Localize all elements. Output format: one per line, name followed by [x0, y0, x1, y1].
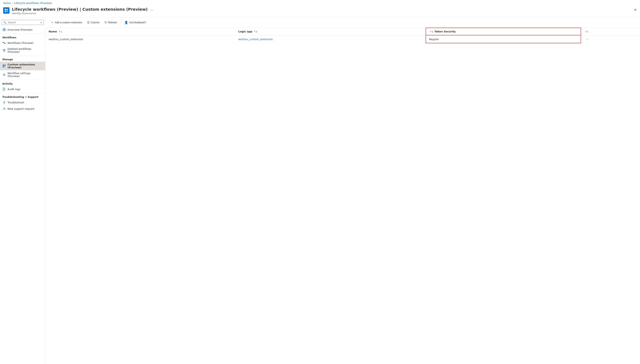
sidebar-item-new-support[interactable]: New support request [0, 106, 45, 112]
sidebar-divider-workflows [0, 34, 45, 34]
refresh-button[interactable]: ↻ Refresh [102, 20, 119, 26]
row-actions-button[interactable]: ··· [584, 36, 590, 42]
search-input[interactable] [8, 21, 39, 24]
audit-logs-icon [2, 87, 6, 91]
svg-rect-15 [4, 66, 6, 68]
svg-rect-1 [7, 9, 8, 10]
col-logic-app-sort-icon: ↑↓ [254, 30, 257, 33]
col-token-sort-icon: ↑↓ [430, 30, 434, 33]
breadcrumb-home[interactable]: Home [3, 2, 11, 4]
row-token-security-value: Regular [429, 38, 439, 41]
header-ellipsis-button[interactable]: ··· [150, 8, 153, 12]
sidebar-item-deleted-workflows-label: Deleted workflows (Preview) [8, 48, 43, 53]
toolbar-divider [121, 20, 121, 25]
svg-rect-21 [4, 103, 5, 103]
svg-rect-12 [3, 64, 4, 66]
row-name-value: wezhou_custom_extension [49, 38, 83, 41]
sidebar: 🔍 « Overview (Preview) Workflows Workflo… [0, 18, 46, 364]
sidebar-item-overview[interactable]: Overview (Preview) [0, 26, 45, 33]
sidebar-item-custom-extensions[interactable]: Custom extensions (Preview) [0, 62, 45, 70]
sidebar-section-manage: Manage [0, 56, 45, 62]
col-header-token-security[interactable]: ↑↓ Token Security [426, 28, 581, 35]
sidebar-item-new-support-label: New support request [8, 107, 35, 110]
column-label: Column [91, 21, 100, 24]
row-logic-app-link[interactable]: wezhou_custom_extension [238, 38, 273, 41]
sidebar-item-troubleshoot-label: Troubleshoot [8, 101, 24, 104]
page-title: Lifecycle workflows (Preview) | Custom e… [12, 7, 148, 12]
table-header-row: Name ↑↓ Logic app ↑↓ ↑↓ Token Security [46, 28, 640, 35]
add-icon: ＋ [51, 20, 54, 24]
table-row: wezhou_custom_extension wezhou_custom_ex… [46, 35, 640, 43]
svg-rect-0 [5, 9, 6, 10]
col-token-security-label: Token Security [435, 30, 456, 33]
table-container: Name ↑↓ Logic app ↑↓ ↑↓ Token Security [46, 28, 640, 43]
sidebar-item-workflows[interactable]: Workflows (Preview) [0, 40, 45, 46]
svg-line-8 [4, 42, 4, 43]
svg-rect-22 [4, 103, 5, 104]
col-header-name[interactable]: Name ↑↓ [46, 28, 235, 35]
app-container: Home › Lifecycle workflows (Preview) Lif… [0, 0, 640, 364]
custom-extensions-icon [2, 64, 6, 68]
svg-rect-3 [7, 11, 8, 12]
sidebar-item-workflow-settings[interactable]: Workflow settings (Preview) [0, 70, 45, 79]
page-header: Lifecycle workflows (Preview) | Custom e… [0, 6, 640, 18]
page-header-text: Lifecycle workflows (Preview) | Custom e… [12, 7, 148, 15]
add-label: Add a custom extension [55, 21, 82, 24]
page-icon [3, 7, 10, 14]
close-button[interactable]: ✕ [634, 8, 637, 12]
row-actions-cell: ··· [581, 35, 640, 43]
collapse-button[interactable]: « [40, 21, 42, 24]
sidebar-item-deleted-workflows[interactable]: Deleted workflows (Preview) [0, 46, 45, 55]
refresh-icon: ↻ [104, 21, 107, 24]
sidebar-divider-activity [0, 80, 45, 80]
svg-point-5 [4, 29, 5, 30]
feedback-button[interactable]: 👤 Got feedback? [122, 20, 148, 26]
feedback-label: Got feedback? [129, 21, 146, 24]
toolbar: ＋ Add a custom extension ☰ Column ↻ Refr… [46, 18, 640, 28]
breadcrumb: Home › Lifecycle workflows (Preview) [0, 0, 640, 6]
add-custom-extension-button[interactable]: ＋ Add a custom extension [49, 19, 84, 26]
svg-rect-13 [4, 64, 6, 66]
col-header-actions: ↑↓ [581, 28, 640, 35]
sidebar-item-audit-logs[interactable]: Audit logs [0, 86, 45, 92]
deleted-workflows-icon [2, 48, 6, 52]
sidebar-section-workflows: Workflows [0, 34, 45, 40]
feedback-icon: 👤 [124, 21, 128, 24]
column-button[interactable]: ☰ Column [85, 20, 102, 26]
sidebar-item-overview-label: Overview (Preview) [8, 28, 33, 31]
row-logic-app: wezhou_custom_extension [235, 35, 426, 43]
search-icon: 🔍 [3, 21, 7, 24]
svg-rect-7 [4, 43, 6, 44]
search-box[interactable]: 🔍 « [2, 20, 44, 25]
sidebar-item-audit-logs-label: Audit logs [8, 88, 20, 91]
svg-rect-2 [5, 11, 6, 12]
col-logic-app-label: Logic app [238, 30, 252, 33]
col-name-label: Name [49, 30, 57, 33]
main-layout: 🔍 « Overview (Preview) Workflows Workflo… [0, 18, 640, 364]
extensions-table: Name ↑↓ Logic app ↑↓ ↑↓ Token Security [46, 28, 640, 43]
svg-rect-14 [3, 66, 4, 68]
row-name: wezhou_custom_extension [46, 35, 235, 43]
new-support-icon [2, 107, 6, 110]
svg-point-16 [4, 74, 5, 75]
content-area: ＋ Add a custom extension ☰ Column ↻ Refr… [46, 18, 640, 364]
col-actions-sort-icon: ↑↓ [585, 30, 588, 33]
workflows-icon [2, 41, 6, 45]
sidebar-section-activity: Activity [0, 81, 45, 86]
troubleshoot-icon [2, 100, 6, 104]
breadcrumb-separator: › [12, 2, 13, 4]
sidebar-item-workflows-label: Workflows (Preview) [8, 42, 34, 44]
overview-icon [2, 28, 6, 32]
row-token-security: Regular [426, 35, 581, 43]
refresh-label: Refresh [108, 21, 117, 24]
workflow-settings-icon [2, 73, 6, 76]
page-subtitle: Identity Governance [12, 12, 148, 15]
breadcrumb-current: Lifecycle workflows (Preview) [14, 2, 52, 4]
sidebar-item-troubleshoot[interactable]: Troubleshoot [0, 99, 45, 106]
column-icon: ☰ [87, 21, 90, 24]
sidebar-section-troubleshoot: Troubleshooting + Support [0, 94, 45, 99]
sidebar-divider-manage [0, 56, 45, 56]
col-name-sort-icon: ↑↓ [59, 30, 62, 33]
col-header-logic-app[interactable]: Logic app ↑↓ [235, 28, 426, 35]
sidebar-divider-troubleshoot [0, 93, 45, 93]
